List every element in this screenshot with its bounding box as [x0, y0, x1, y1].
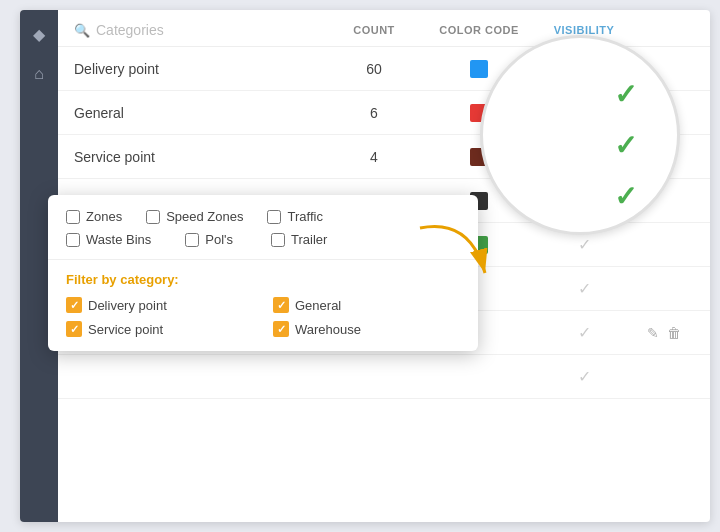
count-header: COUNT	[324, 24, 424, 36]
speed-zones-label: Speed Zones	[166, 209, 243, 224]
row-count: 4	[324, 149, 424, 165]
trailer-label: Trailer	[291, 232, 327, 247]
edit-icon[interactable]: ✎	[647, 325, 659, 341]
checkboxes-row-2: Waste Bins Pol's Trailer	[66, 232, 460, 247]
row-visibility: ✓	[534, 367, 634, 386]
row-name: Service point	[74, 149, 324, 165]
checkbox-trailer[interactable]: Trailer	[271, 232, 327, 247]
visibility-check: ✓	[578, 323, 591, 342]
checkboxes-row-1: Zones Speed Zones Traffic	[66, 209, 460, 224]
filter-warehouse[interactable]: Warehouse	[273, 321, 460, 337]
zones-checkbox[interactable]	[66, 210, 80, 224]
magnified-check: ✓	[614, 180, 637, 213]
visibility-check: ✓	[578, 279, 591, 298]
diamond-icon: ◆	[27, 22, 51, 46]
filter-delivery-point[interactable]: Delivery point	[66, 297, 253, 313]
home-icon: ⌂	[27, 62, 51, 86]
row-visibility: ✓	[534, 323, 634, 342]
search-box[interactable]: 🔍 Categories	[74, 22, 324, 38]
checkbox-waste-bins[interactable]: Waste Bins	[66, 232, 151, 247]
color-code-header: COLOR CODE	[424, 24, 534, 36]
row-name: Delivery point	[74, 61, 324, 77]
checked-service-point	[66, 321, 82, 337]
row-count: 6	[324, 105, 424, 121]
speed-zones-checkbox[interactable]	[146, 210, 160, 224]
checkbox-traffic[interactable]: Traffic	[267, 209, 322, 224]
checked-general	[273, 297, 289, 313]
delete-icon[interactable]: 🗑	[667, 325, 681, 341]
pols-label: Pol's	[205, 232, 233, 247]
general-label: General	[295, 298, 341, 313]
color-swatch	[470, 60, 488, 78]
arrow-overlay	[410, 208, 500, 298]
waste-bins-label: Waste Bins	[86, 232, 151, 247]
row-actions: ✎ 🗑	[634, 325, 694, 341]
filter-label: Filter by category:	[66, 272, 460, 287]
pols-checkbox[interactable]	[185, 233, 199, 247]
checked-warehouse	[273, 321, 289, 337]
visibility-check: ✓	[578, 235, 591, 254]
filter-service-point[interactable]: Service point	[66, 321, 253, 337]
row-name: General	[74, 105, 324, 121]
warehouse-label: Warehouse	[295, 322, 361, 337]
filter-general[interactable]: General	[273, 297, 460, 313]
circle-magnifier: ✓ ✓ ✓	[480, 35, 680, 235]
service-point-label: Service point	[88, 322, 163, 337]
table-row: ✓	[58, 355, 710, 399]
row-count: 60	[324, 61, 424, 77]
visibility-check: ✓	[578, 367, 591, 386]
row-visibility: ✓	[534, 279, 634, 298]
search-placeholder: Categories	[96, 22, 164, 38]
traffic-checkbox[interactable]	[267, 210, 281, 224]
row-visibility: ✓	[534, 235, 634, 254]
search-icon: 🔍	[74, 23, 90, 38]
checkbox-speed-zones[interactable]: Speed Zones	[146, 209, 243, 224]
waste-bins-checkbox[interactable]	[66, 233, 80, 247]
trailer-checkbox[interactable]	[271, 233, 285, 247]
checkbox-zones[interactable]: Zones	[66, 209, 122, 224]
checkbox-pols[interactable]: Pol's	[185, 232, 233, 247]
delivery-point-label: Delivery point	[88, 298, 167, 313]
zones-label: Zones	[86, 209, 122, 224]
traffic-label: Traffic	[287, 209, 322, 224]
magnified-check: ✓	[614, 129, 637, 162]
filter-grid: Delivery point General Service point War…	[66, 297, 460, 337]
checked-delivery-point	[66, 297, 82, 313]
magnified-check: ✓	[614, 78, 637, 111]
